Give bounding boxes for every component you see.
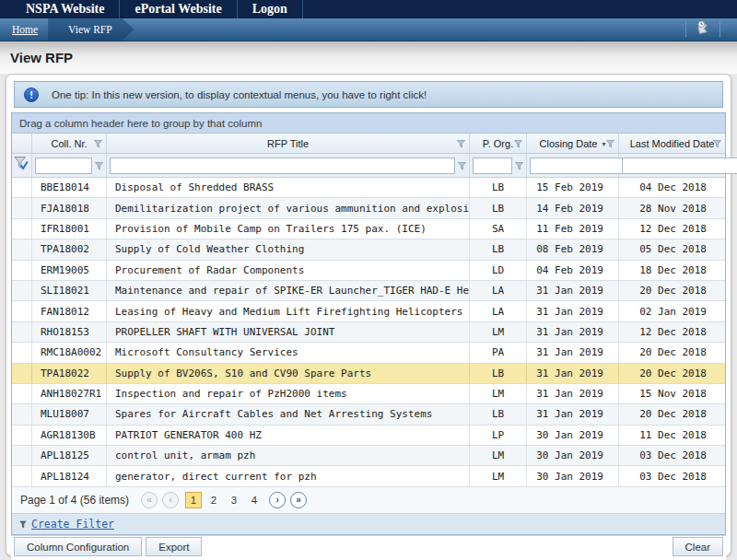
group-by-panel[interactable]: Drag a column header here to group by th… [12,113,725,134]
table-row[interactable]: FAN18012Leasing of Heavy and Medium Lift… [12,301,725,321]
pager-page-1[interactable]: 1 [185,492,202,508]
pager-next-button[interactable]: › [269,492,286,508]
pager-page-3[interactable]: 3 [226,492,242,508]
export-button[interactable]: Export [146,537,202,556]
table-row[interactable]: TPA18022Supply of BV206S, S10 and CV90 S… [12,364,725,384]
nav-nspa-website[interactable]: NSPA Website [11,0,120,18]
info-icon: ! [24,88,39,102]
cell-title: Maintenance and repair of SPIKE-ER Launc… [107,281,470,300]
table-row[interactable]: ANH18027R1Inspection and repair of PzH20… [12,384,725,404]
divider [685,22,686,37]
cell-modified: 18 Dec 2018 [619,261,725,280]
cell-title: control unit, armam pzh [107,446,470,465]
table-row[interactable]: FJA18018Demilitarization project of vari… [12,198,725,218]
cell-closing: 15 Feb 2019 [527,178,619,197]
row-indicator-cell [12,301,32,321]
cell-modified: 20 Dec 2018 [619,364,725,383]
table-row[interactable]: SLI18021Maintenance and repair of SPIKE-… [12,281,725,301]
cell-closing: 30 Jan 2019 [527,446,619,465]
title-strip: View RFP [0,41,737,74]
cell-modified: 03 Dec 2018 [619,446,725,465]
filter-input-rfp-title[interactable] [110,158,455,174]
cell-title: PROPELLER SHAFT WITH UNIVERSAL JOINT [107,322,470,342]
cell-title: Microsoft Consultancy Services [107,343,470,362]
table-row[interactable]: TPA18002Supply of Cold Weather ClothingL… [12,239,725,260]
table-row[interactable]: ERM19005Procurement of Radar ComponentsL… [12,261,725,281]
nav-eportal-website[interactable]: ePortal Website [120,0,237,18]
pager-page-2[interactable]: 2 [205,492,222,508]
table-row[interactable]: APL18124generator, direct current for pz… [12,466,725,486]
filter-funnel-icon[interactable] [95,158,103,174]
table-row[interactable]: RMC18A0002Microsoft Consultancy Services… [12,343,725,363]
header-p-org[interactable]: P. Org. [470,134,527,153]
pager-prev-button[interactable]: ‹ [162,492,179,508]
cell-org: LM [470,466,527,485]
row-indicator-cell [12,404,32,424]
nav-logon[interactable]: Logon [238,0,303,18]
filter-funnel-icon[interactable] [713,139,721,150]
cell-closing: 30 Jan 2019 [527,426,619,445]
table-row[interactable]: RHO18153PROPELLER SHAFT WITH UNIVERSAL J… [12,322,725,343]
cell-org: LM [470,384,527,403]
header-closing-date[interactable]: Closing Date ▾ [527,134,619,153]
cell-org: LP [470,426,527,445]
breadcrumb-current: View RFP [48,18,135,41]
cell-coll: FAN18012 [32,301,107,321]
cell-closing: 31 Jan 2019 [527,343,619,362]
filter-input-coll-nr[interactable] [35,158,92,174]
row-indicator-cell [12,384,32,403]
filter-input-last-modified[interactable] [623,158,737,173]
cell-coll: FJA18018 [32,198,107,217]
funnel-check-icon[interactable] [14,156,29,175]
cell-org: LB [470,198,527,217]
cell-closing: 30 Jan 2019 [527,466,619,485]
cell-closing: 04 Feb 2019 [527,261,619,280]
create-filter-link[interactable]: Create Filter [31,518,114,531]
header-rfp-title[interactable]: RFP Title [107,134,470,153]
header-last-modified-date[interactable]: Last Modified Date [619,134,725,153]
cell-coll: APL18124 [32,466,107,485]
cell-coll: APL18125 [32,446,107,465]
filter-funnel-icon[interactable] [457,139,465,150]
filter-funnel-icon[interactable] [515,158,523,174]
row-indicator-cell [12,466,32,485]
filter-funnel-icon[interactable] [94,139,102,150]
pager: Page 1 of 4 (56 items) « ‹ 1234 › » [12,487,725,514]
cell-coll: BBE18014 [32,178,107,197]
pager-summary: Page 1 of 4 (56 items) [20,494,129,507]
funnel-small-icon [19,516,27,532]
cell-org: LA [470,301,527,321]
pager-last-button[interactable]: » [290,492,307,508]
header-label: Last Modified Date [630,138,715,149]
pager-page-4[interactable]: 4 [246,492,263,508]
page-title: View RFP [10,50,73,65]
pager-first-button[interactable]: « [141,492,158,508]
cell-coll: TPA18022 [32,364,107,383]
table-row[interactable]: AGR18130BPATRIOT GENERATOR 400 HZLP30 Ja… [12,426,725,446]
clear-button[interactable]: Clear [673,537,723,556]
filter-input-p-org[interactable] [473,158,512,174]
column-configuration-button[interactable]: Column Configuration [14,537,142,556]
table-row[interactable]: IFR18001Provision of Mobile Camp on Trai… [12,219,725,239]
cell-title: Disposal of Shredded BRASS [107,178,470,197]
cell-coll: MLU18007 [32,404,107,424]
breadcrumb-home-link[interactable]: Home [0,18,47,41]
cell-modified: 20 Dec 2018 [619,404,725,424]
header-coll-nr[interactable]: Coll. Nr. [32,134,107,153]
bottom-toolbar: Column Configuration Export Clear [11,535,726,560]
cell-org: LD [470,261,527,280]
table-row[interactable]: MLU18007Spares for Aircraft Cables and N… [12,404,725,425]
main-panel: ! One tip: In this new version, to displ… [6,74,731,556]
row-indicator-cell [12,446,32,465]
session-history-button[interactable] [694,19,712,40]
row-indicator-cell [12,178,32,197]
cell-coll: AGR18130B [32,426,107,445]
cell-modified: 20 Dec 2018 [619,343,725,362]
table-row[interactable]: APL18125control unit, armam pzhLM30 Jan … [12,446,725,466]
filter-funnel-icon[interactable] [458,158,466,174]
row-indicator-cell [12,322,32,342]
filter-funnel-icon[interactable] [514,139,522,150]
row-indicator-cell [12,364,32,383]
filter-funnel-icon[interactable] [606,139,614,150]
table-row[interactable]: BBE18014Disposal of Shredded BRASSLB15 F… [12,178,725,198]
